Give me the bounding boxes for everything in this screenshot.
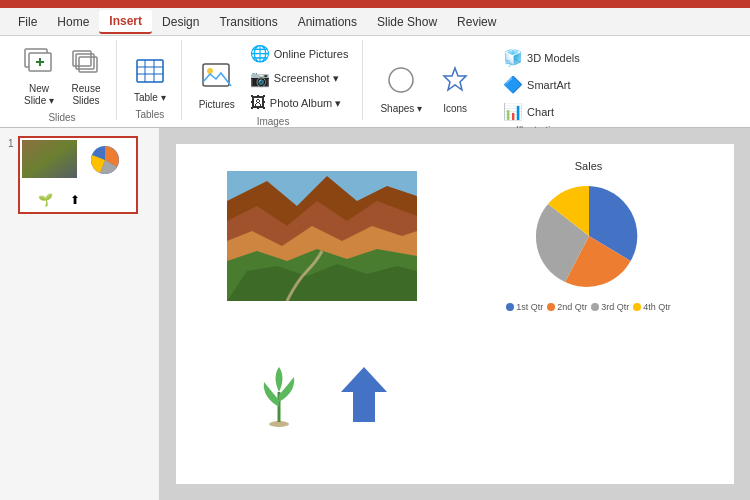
svg-rect-16 <box>22 140 77 178</box>
new-slide-label: NewSlide ▾ <box>24 83 54 107</box>
tables-group-label: Tables <box>135 107 164 120</box>
chart-label: Chart <box>527 106 554 118</box>
new-slide-icon <box>23 45 55 81</box>
svg-text:⬆: ⬆ <box>70 193 80 207</box>
pictures-icon <box>200 60 234 97</box>
arrow-up-icon <box>337 362 392 427</box>
slides-group-label: Slides <box>48 110 75 123</box>
svg-marker-28 <box>341 367 387 422</box>
svg-rect-7 <box>137 60 163 82</box>
menu-home[interactable]: Home <box>47 11 99 33</box>
menu-animations[interactable]: Animations <box>288 11 367 33</box>
chart-legend: 1st Qtr 2nd Qtr 3rd Qtr 4th Qtr <box>506 302 671 312</box>
new-slide-button[interactable]: NewSlide ▾ <box>18 42 60 110</box>
pictures-label: Pictures <box>199 99 235 111</box>
online-pictures-label: Online Pictures <box>274 48 349 60</box>
legend-1st-qtr: 1st Qtr <box>506 302 543 312</box>
images-items: Pictures 🌐 Online Pictures 📷 Screenshot … <box>194 42 353 114</box>
reuse-slides-label: ReuseSlides <box>72 83 101 107</box>
legend-dot-3 <box>591 303 599 311</box>
online-pictures-icon: 🌐 <box>250 44 270 63</box>
tables-items: Table ▾ <box>129 42 171 107</box>
smartart-button[interactable]: 🔷 SmartArt <box>499 73 584 96</box>
slide-number: 1 <box>8 136 14 149</box>
chart-title: Sales <box>575 160 603 172</box>
chart-button[interactable]: 📊 Chart <box>499 100 584 123</box>
table-label: Table ▾ <box>134 92 166 104</box>
legend-4th-qtr: 4th Qtr <box>633 302 671 312</box>
menu-bar: File Home Insert Design Transitions Anim… <box>0 8 750 36</box>
svg-point-27 <box>269 421 289 427</box>
main-area: 1 <box>0 128 750 500</box>
shapes-label: Shapes ▾ <box>380 103 422 115</box>
legend-dot-1 <box>506 303 514 311</box>
photo-album-label: Photo Album ▾ <box>270 97 341 110</box>
icons-icon <box>438 64 472 101</box>
icons-label: Icons <box>443 103 467 115</box>
3d-models-button[interactable]: 🧊 3D Models <box>499 46 584 69</box>
svg-text:🌱: 🌱 <box>37 192 52 207</box>
menu-file[interactable]: File <box>8 11 47 33</box>
menu-slideshow[interactable]: Slide Show <box>367 11 447 33</box>
legend-dot-4 <box>633 303 641 311</box>
ribbon-group-shapes: Shapes ▾ Icons <box>365 40 487 120</box>
chart-icon: 📊 <box>503 102 523 121</box>
ribbon-group-images: Pictures 🌐 Online Pictures 📷 Screenshot … <box>184 40 364 120</box>
icons-row-cell <box>192 320 451 468</box>
images-small-btns: 🌐 Online Pictures 📷 Screenshot ▾ 🖼 Photo… <box>246 42 353 114</box>
smartart-icon: 🔷 <box>503 75 523 94</box>
menu-design[interactable]: Design <box>152 11 209 33</box>
ribbon-group-tables: Table ▾ Tables <box>119 40 182 120</box>
shapes-icon <box>384 64 418 101</box>
legend-3rd-qtr: 3rd Qtr <box>591 302 629 312</box>
slides-items: NewSlide ▾ ReuseSlides <box>18 42 106 110</box>
legend-dot-2 <box>547 303 555 311</box>
ribbon-group-illustrations: 🧊 3D Models 🔷 SmartArt 📊 Chart Illustrat… <box>489 40 594 120</box>
slide-panel: 1 <box>0 128 160 500</box>
icons-button[interactable]: Icons <box>433 61 477 118</box>
empty-cell <box>459 320 718 468</box>
screenshot-label: Screenshot ▾ <box>274 72 339 85</box>
shapes-items: Shapes ▾ Icons <box>375 42 477 118</box>
mountain-image-cell <box>192 160 451 312</box>
photo-album-button[interactable]: 🖼 Photo Album ▾ <box>246 92 353 114</box>
screenshot-icon: 📷 <box>250 69 270 88</box>
3d-models-label: 3D Models <box>527 52 580 64</box>
smartart-label: SmartArt <box>527 79 570 91</box>
3d-models-icon: 🧊 <box>503 48 523 67</box>
ribbon: NewSlide ▾ ReuseSlides Slides <box>0 36 750 128</box>
images-group-label: Images <box>257 114 290 127</box>
reuse-slides-button[interactable]: ReuseSlides <box>66 45 106 110</box>
ribbon-group-slides: NewSlide ▾ ReuseSlides Slides <box>8 40 117 120</box>
pie-chart-cell: Sales 1st Qtr <box>459 160 718 312</box>
svg-point-14 <box>389 68 413 92</box>
screenshot-button[interactable]: 📷 Screenshot ▾ <box>246 67 353 90</box>
online-pictures-button[interactable]: 🌐 Online Pictures <box>246 42 353 65</box>
pie-chart-svg <box>504 176 674 296</box>
slide-thumb-container: 1 <box>8 136 151 214</box>
menu-insert[interactable]: Insert <box>99 10 152 34</box>
slide-thumbnail[interactable]: 🌱 ⬆ <box>18 136 138 214</box>
plant-icon <box>252 362 307 427</box>
mountain-image <box>227 171 417 301</box>
title-bar <box>0 0 750 8</box>
legend-2nd-qtr: 2nd Qtr <box>547 302 587 312</box>
shapes-button[interactable]: Shapes ▾ <box>375 61 427 118</box>
table-button[interactable]: Table ▾ <box>129 54 171 107</box>
menu-review[interactable]: Review <box>447 11 506 33</box>
menu-transitions[interactable]: Transitions <box>209 11 287 33</box>
reuse-slides-icon <box>71 48 101 81</box>
photo-album-icon: 🖼 <box>250 94 266 112</box>
pictures-button[interactable]: Pictures <box>194 57 240 114</box>
svg-rect-12 <box>203 64 229 86</box>
slide-main: Sales 1st Qtr <box>176 144 734 484</box>
table-icon <box>135 57 165 90</box>
slide-content-area: Sales 1st Qtr <box>160 128 750 500</box>
